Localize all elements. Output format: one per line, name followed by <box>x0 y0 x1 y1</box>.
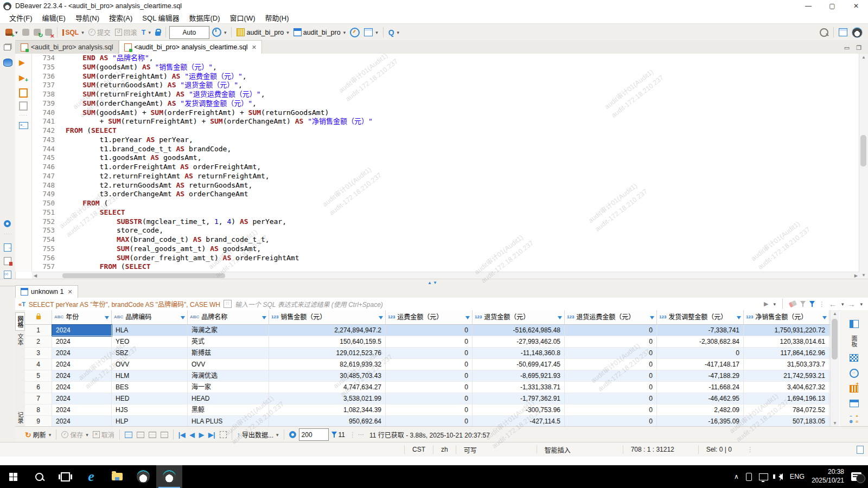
grid-cell[interactable]: 507,183.05 <box>744 416 829 427</box>
grid-cell[interactable]: 0 <box>386 404 473 416</box>
grid-cell[interactable]: -46,462.95 <box>657 393 744 404</box>
table-row[interactable]: 42024OVVOVV82,619,939.320-50,699,417.450… <box>25 359 830 370</box>
grid-cell[interactable]: 129,012,523.76 <box>269 348 386 359</box>
grid-cell[interactable]: 海澜之家 <box>188 325 269 336</box>
row-number[interactable]: 2 <box>25 336 52 348</box>
notification-center-icon[interactable] <box>851 472 861 481</box>
settings-gear-icon[interactable] <box>4 220 11 227</box>
fetched-filter[interactable]: 11 <box>330 430 347 440</box>
grid-cell[interactable]: 0 <box>565 348 657 359</box>
grid-cell[interactable]: -417,148.17 <box>657 359 744 370</box>
grid-cell[interactable]: 0 <box>565 359 657 370</box>
value-viewer-icon[interactable] <box>850 354 858 362</box>
row-number[interactable]: 3 <box>25 348 52 359</box>
grid-cell[interactable]: 0 <box>386 336 473 348</box>
column-header-2[interactable]: ABC品牌编码 <box>112 310 188 324</box>
row-number[interactable]: 7 <box>25 393 52 404</box>
grid-cell[interactable]: 3,538,021.99 <box>269 393 386 404</box>
grid-cell[interactable]: 英式 <box>188 336 269 348</box>
grid-cell[interactable]: 2024 <box>52 404 112 416</box>
grid-cell[interactable]: -27,993,462.05 <box>473 336 565 348</box>
grid-cell[interactable]: BES <box>112 382 188 393</box>
grid-cell[interactable]: 31,503,373.7 <box>744 359 829 370</box>
grid-cell[interactable]: 0 <box>657 348 744 359</box>
code-line[interactable]: 745 t1.goodsAmt AS goodsAmt, <box>32 153 859 163</box>
aggregate-icons[interactable]: −+⊗= <box>848 414 859 424</box>
grid-cell[interactable]: 82,619,939.32 <box>269 359 386 370</box>
script-variables-icon[interactable] <box>4 271 11 279</box>
database-navigator-icon[interactable] <box>3 59 12 67</box>
row-number[interactable]: 5 <box>25 370 52 382</box>
nav-back-dropdown-icon[interactable]: ▾ <box>841 301 844 307</box>
code-line[interactable]: 736 SUM(orderFreightAmt) AS "运费金额（元）", <box>32 72 859 81</box>
column-header-3[interactable]: ABC品牌名称 <box>188 310 269 324</box>
grid-cell[interactable]: -47,188.29 <box>657 370 744 382</box>
column-filter-icon[interactable] <box>822 316 827 322</box>
grid-cell[interactable]: 2024 <box>52 359 112 370</box>
filter-history-dropdown-icon[interactable]: ▾ <box>773 301 776 307</box>
grid-cell[interactable]: 0 <box>565 336 657 348</box>
taskbar-clock[interactable]: 20:38 2025/10/21 <box>812 468 844 485</box>
column-filter-icon[interactable] <box>262 316 266 322</box>
minimize-icon[interactable]: — <box>796 0 820 12</box>
grid-cell[interactable]: 0 <box>565 393 657 404</box>
status-caret-position[interactable]: 708 : 1 : 31212 <box>623 445 698 454</box>
tray-expand-icon[interactable]: ∧ <box>734 473 739 480</box>
quick-access-search-icon[interactable] <box>818 27 830 38</box>
prev-row-icon[interactable]: ◀ <box>188 430 196 440</box>
goto-row-icon[interactable] <box>218 430 228 439</box>
script-error-icon[interactable] <box>4 257 11 265</box>
cancel-button[interactable]: ✕取消 <box>91 429 116 440</box>
column-header-8[interactable]: 123发货调整金额（元） <box>657 310 744 324</box>
grid-cell[interactable]: 0 <box>386 416 473 427</box>
more-icon[interactable]: ⋯ <box>358 431 364 438</box>
grid-cell[interactable]: -11,668.24 <box>657 382 744 393</box>
grid-cell[interactable]: 0 <box>565 382 657 393</box>
close-icon[interactable]: ✕ <box>844 0 868 12</box>
grid-cell[interactable]: 2024 <box>52 393 112 404</box>
commit-button[interactable]: ✓提交 <box>87 26 112 38</box>
usb-tray-icon[interactable] <box>746 473 752 481</box>
next-row-icon[interactable]: ▶ <box>197 430 206 440</box>
grid-cell[interactable]: 4,747,634.27 <box>269 382 386 393</box>
sql-code-editor[interactable]: 734 END AS "品牌名称",735 SUM(goodsAmt) AS "… <box>32 54 859 272</box>
code-line[interactable]: 747 t2.returnFreightAmt AS returnFreight… <box>32 172 859 181</box>
row-number[interactable]: 4 <box>25 359 52 370</box>
duplicate-row-icon[interactable] <box>135 431 146 439</box>
transaction-log-button[interactable]: ▾ <box>210 27 228 38</box>
refresh-button[interactable]: ↻刷新▾ <box>23 429 53 440</box>
menu-item-4[interactable]: SQL 编辑器 <box>137 11 184 24</box>
grid-cell[interactable]: -1,331,338.71 <box>473 382 565 393</box>
code-line[interactable]: 744 t1.brand_code_t_t AS brandCode, <box>32 145 859 154</box>
grid-cell[interactable]: 0 <box>565 370 657 382</box>
table-row[interactable]: 72024HEDHEAD3,538,021.990-1,797,362.910-… <box>25 393 830 404</box>
menu-item-7[interactable]: 帮助(H) <box>260 11 293 24</box>
table-row[interactable]: 52024HLM海澜优选30,485,703.430-8,695,921.930… <box>25 370 830 382</box>
row-number-header[interactable] <box>25 310 52 324</box>
sql-terminal-icon[interactable]: >_ <box>19 122 28 129</box>
network-tray-icon[interactable] <box>759 473 768 480</box>
grid-cell[interactable]: HLM <box>112 370 188 382</box>
commit-mode-button[interactable]: ▾ <box>362 27 380 37</box>
menu-item-6[interactable]: 窗口(W) <box>225 11 260 24</box>
code-line[interactable]: 756 SUM(order_freight_amt_t) AS orderFre… <box>32 254 859 263</box>
transaction-mode-button[interactable]: T▾ <box>140 28 152 37</box>
nav-back-icon[interactable]: ← <box>829 300 837 309</box>
add-row-icon[interactable] <box>123 431 134 439</box>
grid-cell[interactable]: 2024 <box>52 348 112 359</box>
row-number[interactable]: 8 <box>25 404 52 416</box>
presentation-tab-record[interactable]: 记录 <box>16 408 24 423</box>
menu-item-1[interactable]: 编辑(E) <box>37 11 71 24</box>
column-filter-icon[interactable] <box>465 316 470 322</box>
grid-cell[interactable]: 2024 <box>52 370 112 382</box>
code-line[interactable]: 755 SUM(real_goods_amt_t) AS goodsAmt, <box>32 245 859 254</box>
code-line[interactable]: 743 t1.perYear AS perYear, <box>32 136 859 145</box>
grid-cell[interactable]: 2024 <box>52 382 112 393</box>
code-line[interactable]: 739 SUM(orderChangeAmt) AS "发货调整金额（元）", <box>32 99 859 108</box>
maximize-panel-icon[interactable]: ❐ <box>856 44 861 52</box>
column-header-6[interactable]: 123退货金额（元） <box>473 310 565 324</box>
grid-cell[interactable]: 784,072.52 <box>744 404 829 416</box>
grid-cell[interactable]: -16,395.09 <box>657 416 744 427</box>
export-script-icon[interactable] <box>4 243 11 252</box>
grid-cell[interactable]: HLA PLUS <box>188 416 269 427</box>
